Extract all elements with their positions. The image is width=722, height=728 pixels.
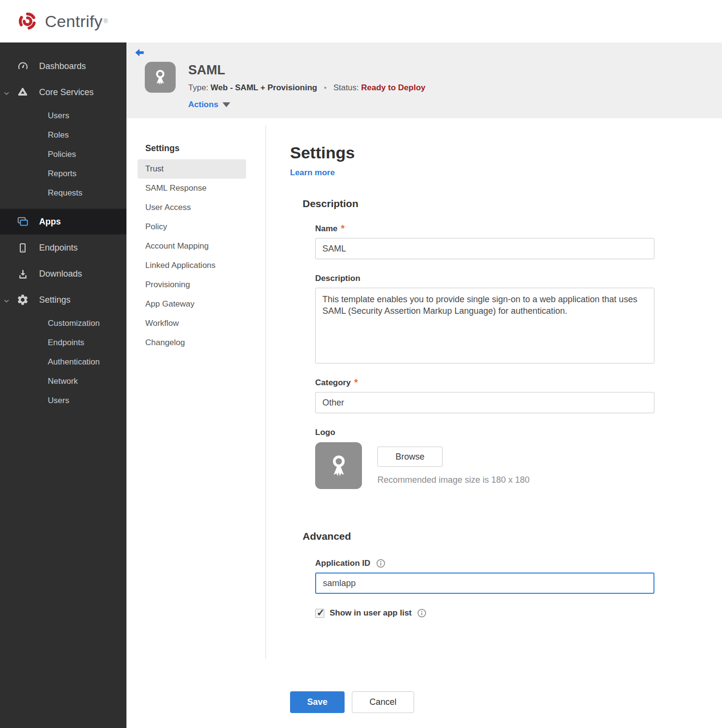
name-input[interactable] [315, 238, 654, 259]
sidebar-item-label: Settings [39, 295, 70, 305]
sidebar-item-users[interactable]: Users [0, 106, 126, 126]
subnav-item-user-access[interactable]: User Access [138, 198, 246, 217]
chevron-down-icon [3, 296, 10, 307]
subnav-item-provisioning[interactable]: Provisioning [138, 275, 246, 294]
subnav-item-linked-applications[interactable]: Linked Applications [138, 256, 246, 275]
centrify-logo-icon [16, 10, 39, 33]
required-asterisk: * [354, 378, 358, 387]
learn-more-link[interactable]: Learn more [290, 168, 335, 178]
sidebar-item-requests[interactable]: Requests [0, 183, 126, 203]
save-button[interactable]: Save [290, 691, 345, 713]
sidebar-item-label: Apps [39, 217, 61, 227]
subnav-item-policy[interactable]: Policy [138, 217, 246, 237]
core-services-icon [16, 86, 29, 98]
mobile-icon [16, 242, 29, 254]
description-label: Description [315, 274, 654, 283]
name-label: Name * [315, 224, 654, 234]
sidebar-item-authentication[interactable]: Authentication [0, 352, 126, 372]
subnav-item-changelog[interactable]: Changelog [138, 333, 246, 352]
subnav-header: Settings [138, 143, 265, 154]
status-value: Ready to Deploy [361, 83, 425, 92]
description-textarea[interactable]: This template enables you to provide sin… [315, 288, 654, 364]
sidebar-item-network[interactable]: Network [0, 372, 126, 391]
settings-sublist: Customization Endpoints Authentication N… [0, 313, 126, 412]
app-header: SAML Type: Web - SAML + Provisioning • S… [126, 42, 722, 118]
sidebar-item-label: Endpoints [39, 243, 78, 253]
browse-button[interactable]: Browse [377, 447, 443, 467]
caret-down-icon [222, 102, 230, 107]
required-asterisk: * [341, 224, 345, 233]
core-services-sublist: Users Roles Policies Reports Requests [0, 105, 126, 205]
app-logo-ribbon-icon [145, 62, 176, 93]
subnav-item-account-mapping[interactable]: Account Mapping [138, 237, 246, 256]
show-in-app-list-label: Show in user app list [330, 608, 412, 618]
gear-icon [16, 294, 29, 306]
sidebar-item-roles[interactable]: Roles [0, 126, 126, 145]
download-icon [16, 268, 29, 280]
sidebar-item-label: Downloads [39, 269, 82, 279]
info-icon[interactable] [417, 608, 427, 618]
settings-form: Settings Learn more Description Name * D… [266, 118, 654, 728]
sidebar-item-customization[interactable]: Customization [0, 314, 126, 333]
sidebar-item-dashboards[interactable]: Dashboards [0, 53, 126, 79]
app-title: SAML [188, 63, 425, 78]
sidebar-item-policies[interactable]: Policies [0, 145, 126, 164]
top-brand-bar: Centrify ® [0, 0, 722, 42]
sidebar-item-endpoints-settings[interactable]: Endpoints [0, 333, 126, 352]
actions-label: Actions [188, 100, 218, 110]
actions-dropdown[interactable]: Actions [188, 100, 425, 110]
sidebar-item-endpoints[interactable]: Endpoints [0, 235, 126, 261]
back-arrow-icon[interactable] [134, 47, 145, 60]
info-icon[interactable] [376, 559, 386, 568]
show-in-app-list-checkbox[interactable] [315, 609, 324, 618]
category-input[interactable] [315, 392, 654, 413]
page-title: Settings [290, 143, 654, 162]
chevron-down-icon [3, 89, 10, 99]
app-meta: Type: Web - SAML + Provisioning • Status… [188, 83, 425, 93]
subnav-item-app-gateway[interactable]: App Gateway [138, 294, 246, 314]
type-value: Web - SAML + Provisioning [210, 83, 317, 92]
category-label: Category * [315, 378, 654, 388]
sidebar-item-users-settings[interactable]: Users [0, 391, 126, 410]
brand-name: Centrify [45, 12, 103, 31]
type-label: Type: [188, 83, 208, 92]
registered-mark: ® [104, 18, 108, 25]
sidebar-item-core-services[interactable]: Core Services [0, 79, 126, 105]
logo-ribbon-icon [315, 442, 362, 489]
application-id-label: Application ID [315, 559, 654, 568]
subnav-item-workflow[interactable]: Workflow [138, 314, 246, 333]
description-section-heading: Description [303, 198, 654, 210]
subnav-item-saml-response[interactable]: SAML Response [138, 179, 246, 198]
sidebar: Dashboards Core Services Users Roles Pol… [0, 42, 126, 728]
sidebar-item-settings[interactable]: Settings [0, 287, 126, 313]
sidebar-item-label: Core Services [39, 87, 94, 98]
status-label: Status: [333, 83, 359, 92]
sidebar-item-label: Dashboards [39, 61, 86, 71]
subnav-item-trust[interactable]: Trust [138, 159, 246, 179]
advanced-section-heading: Advanced [303, 531, 654, 542]
apps-icon [16, 216, 29, 228]
gauge-icon [16, 60, 29, 72]
sidebar-item-apps[interactable]: Apps [0, 209, 126, 235]
meta-separator: • [324, 83, 327, 92]
logo-label: Logo [315, 428, 654, 437]
application-id-input[interactable] [315, 573, 654, 594]
logo-size-hint: Recommended image size is 180 x 180 [377, 475, 529, 485]
app-subnav: Settings Trust SAML Response User Access… [126, 118, 265, 728]
cancel-button[interactable]: Cancel [352, 691, 414, 713]
sidebar-item-downloads[interactable]: Downloads [0, 261, 126, 287]
sidebar-item-reports[interactable]: Reports [0, 164, 126, 183]
